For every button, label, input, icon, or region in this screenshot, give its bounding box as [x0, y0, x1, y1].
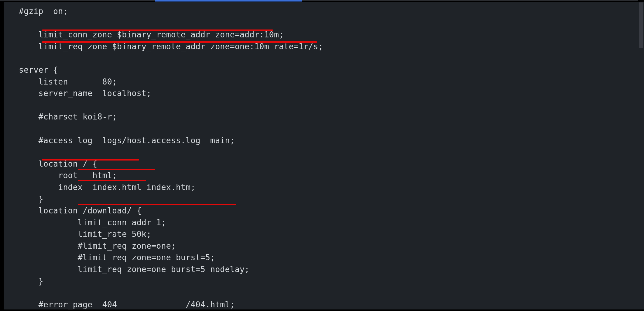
code-line[interactable]: limit_req_zone $binary_remote_addr zone=…	[19, 42, 323, 51]
scrollbar-track[interactable]	[638, 2, 644, 309]
code-line[interactable]: limit_req zone=one burst=5 nodelay;	[19, 264, 249, 274]
annotation-underline	[78, 180, 146, 181]
active-tab-indicator[interactable]	[155, 0, 302, 2]
code-line[interactable]: limit_conn_zone $binary_remote_addr zone…	[19, 30, 284, 39]
code-line[interactable]: #error_page 404 /404.html;	[19, 300, 235, 309]
code-line[interactable]: limit_conn addr 1;	[19, 218, 166, 227]
annotation-underline	[78, 204, 236, 205]
code-line[interactable]: #limit_req zone=one;	[19, 241, 176, 251]
code-line[interactable]: #gzip on;	[19, 6, 68, 16]
code-line[interactable]: root html;	[19, 171, 117, 180]
annotation-underline	[42, 159, 139, 161]
code-line[interactable]: location /download/ {	[19, 206, 142, 215]
code-line[interactable]: server_name localhost;	[19, 88, 151, 98]
code-line[interactable]: listen 80;	[19, 77, 117, 86]
code-line[interactable]: server {	[19, 65, 58, 74]
annotation-underline	[42, 41, 317, 43]
code-line[interactable]: limit_rate 50k;	[19, 229, 151, 239]
tab-rail	[0, 0, 638, 1]
code-line[interactable]: }	[19, 194, 43, 204]
annotation-underline	[42, 29, 273, 31]
annotation-underline	[78, 169, 155, 170]
code-line[interactable]: }	[19, 276, 43, 286]
code-line[interactable]: #limit_req zone=one burst=5;	[19, 253, 215, 262]
scrollbar-thumb[interactable]	[639, 2, 643, 48]
code-line[interactable]: #access_log logs/host.access.log main;	[19, 136, 235, 145]
code-area[interactable]: #gzip on; limit_conn_zone $binary_remote…	[4, 2, 638, 309]
code-line[interactable]: #charset koi8-r;	[19, 112, 117, 121]
code-block[interactable]: #gzip on; limit_conn_zone $binary_remote…	[4, 2, 638, 309]
code-line[interactable]: index index.html index.htm;	[19, 182, 196, 192]
editor-frame: #gzip on; limit_conn_zone $binary_remote…	[0, 0, 644, 311]
